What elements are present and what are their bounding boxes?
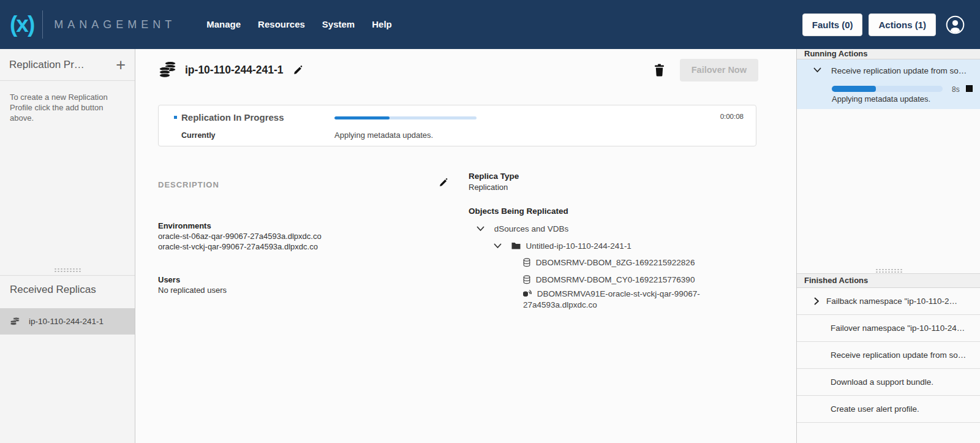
description-row: DESCRIPTION (158, 179, 440, 190)
tree-vdb-row: DBOMSRMVA91E-oracle-st-vckj-qar-99067-27… (523, 288, 704, 310)
finished-action-label: Failover namespace "ip-10-110-24… (831, 324, 965, 333)
actions-panel: Running Actions Receive replication upda… (796, 49, 980, 443)
sidebar-item-received-replica[interactable]: ip-10-110-244-241-1 (0, 308, 135, 335)
replication-progress-fill (334, 116, 390, 119)
finished-action-row[interactable]: Create user alert profile. (797, 396, 980, 423)
finished-action-row[interactable]: Download a support bundle. (797, 369, 980, 396)
menu-item-resources[interactable]: Resources (249, 0, 314, 49)
tree-root-row: dSources and VDBs (477, 224, 568, 233)
database-icon (523, 258, 530, 267)
tree-db-row: DBOMSRMV-DBOM_8ZG-1692215922826 (523, 257, 707, 267)
menu-item-help[interactable]: Help (363, 0, 401, 49)
chevron-right-icon[interactable] (814, 297, 820, 305)
failover-now-button[interactable]: Failover Now (680, 59, 758, 81)
finished-action-label: Create user alert profile. (831, 404, 919, 414)
menu-item-manage[interactable]: Manage (198, 0, 249, 49)
actions-button[interactable]: Actions (1) (869, 13, 936, 36)
description-label: DESCRIPTION (158, 180, 219, 189)
content-area: Replication Pr… + To create a new Replic… (0, 49, 980, 443)
finished-actions-header: Finished Actions (797, 273, 980, 288)
sidebar-separator (0, 275, 135, 276)
page-title: ip-10-110-244-241-1 (185, 64, 284, 77)
database-icon (523, 275, 530, 284)
currently-value: Applying metadata updates. (334, 131, 433, 140)
chevron-down-icon[interactable] (494, 243, 502, 249)
environments-block: Environments oracle-st-06az-qar-99067-27… (158, 221, 322, 252)
tree-group-row: Untitled-ip-10-110-244-241-1 (494, 241, 631, 251)
tree-group-label[interactable]: Untitled-ip-10-110-244-241-1 (526, 241, 631, 251)
elapsed-time: 0:00:08 (720, 113, 744, 120)
folder-icon (511, 242, 521, 249)
nav-right-group: Faults (0) Actions (1) (796, 13, 965, 36)
status-bullet-icon (174, 116, 177, 119)
profiles-empty-hint: To create a new Replication Profile clic… (10, 92, 127, 123)
sidebar-item-label: ip-10-110-244-241-1 (29, 317, 104, 326)
users-value: No replicated users (158, 285, 227, 295)
finished-action-label: Download a support bundle. (831, 377, 933, 387)
tree-root-label[interactable]: dSources and VDBs (494, 224, 569, 233)
tree-db-label[interactable]: DBOMSRMV-DBOM_8ZG-1692215922826 (536, 258, 695, 267)
currently-label: Currently (181, 131, 216, 140)
vdb-icon (523, 290, 532, 298)
main-menu: Manage Resources System Help (198, 0, 400, 49)
objects-being-replicated-label: Objects Being Replicated (469, 206, 568, 216)
environment-item: oracle-st-vckj-qar-99067-27a4593a.dlpxdc… (158, 241, 322, 252)
tree-vdb-label[interactable]: DBOMSRMVA91E-oracle-st-vckj-qar-99067-27… (523, 289, 700, 309)
top-navbar: (x) MANAGEMENT Manage Resources System H… (0, 0, 980, 49)
running-action-elapsed: 8s (952, 85, 960, 94)
replication-progress-bar (334, 116, 477, 119)
edit-title-pencil-icon[interactable] (293, 65, 303, 75)
finished-action-row[interactable]: Failback namespace "ip-10-110-2… (797, 288, 980, 315)
delphix-logo-icon: (x) (10, 0, 34, 49)
finished-actions-list: Failback namespace "ip-10-110-2… Failove… (797, 288, 980, 423)
replica-type-label: Replica Type (469, 172, 519, 181)
running-actions-header: Running Actions (797, 49, 980, 59)
add-profile-plus-icon[interactable]: + (116, 58, 126, 72)
left-sidebar: Replication Pr… + To create a new Replic… (0, 49, 135, 443)
edit-description-pencil-icon[interactable] (439, 178, 448, 187)
replication-profiles-header: Replication Pr… + (0, 49, 135, 81)
received-replicas-header: Received Replicas (10, 284, 96, 296)
users-label: Users (158, 275, 227, 285)
stop-action-button[interactable] (966, 85, 973, 92)
chevron-down-icon[interactable] (477, 226, 484, 232)
finished-action-label: Failback namespace "ip-10-110-2… (826, 297, 957, 306)
replica-type-value: Replication (469, 183, 508, 192)
tree-db-row: DBOMSRMV-DBOM_CY0-1692215776390 (523, 275, 707, 284)
replication-profiles-title: Replication Pr… (9, 59, 116, 71)
users-block: Users No replicated users (158, 275, 227, 295)
stacked-databases-icon (159, 61, 177, 80)
running-action-title: Receive replication update from so… (831, 66, 967, 75)
menu-item-system[interactable]: System (314, 0, 363, 49)
chevron-down-icon[interactable] (813, 67, 821, 73)
environment-item: oracle-st-06az-qar-99067-27a4593a.dlpxdc… (158, 231, 322, 241)
finished-action-label: Receive replication update from so… (831, 350, 966, 360)
delete-trash-icon[interactable] (654, 64, 665, 77)
user-avatar-icon[interactable] (946, 15, 965, 34)
product-name: MANAGEMENT (54, 18, 176, 31)
tree-db-label[interactable]: DBOMSRMV-DBOM_CY0-1692215776390 (536, 275, 695, 284)
faults-button[interactable]: Faults (0) (802, 13, 863, 36)
replica-icon (10, 316, 20, 327)
environments-label: Environments (158, 221, 322, 231)
finished-action-row[interactable]: Receive replication update from so… (797, 342, 980, 369)
replication-status-text: Replication In Progress (181, 112, 284, 123)
running-action-item[interactable]: Receive replication update from so… 8s A… (797, 59, 980, 109)
main-panel: ip-10-110-244-241-1 Failover Now (135, 49, 796, 443)
sidebar-resize-handle[interactable] (0, 268, 135, 272)
running-action-progress-fill (832, 86, 876, 92)
nav-divider (42, 10, 43, 39)
running-action-progress-bar (832, 86, 943, 92)
app-window: (x) MANAGEMENT Manage Resources System H… (0, 0, 980, 443)
replica-title-row: ip-10-110-244-241-1 Failover Now (159, 58, 758, 81)
actions-panel-resize-handle[interactable] (797, 268, 980, 273)
running-action-detail: Applying metadata updates. (832, 94, 930, 104)
finished-action-row[interactable]: Failover namespace "ip-10-110-24… (797, 315, 980, 342)
replication-progress-card: Replication In Progress 0:00:08 Currentl… (158, 105, 756, 146)
